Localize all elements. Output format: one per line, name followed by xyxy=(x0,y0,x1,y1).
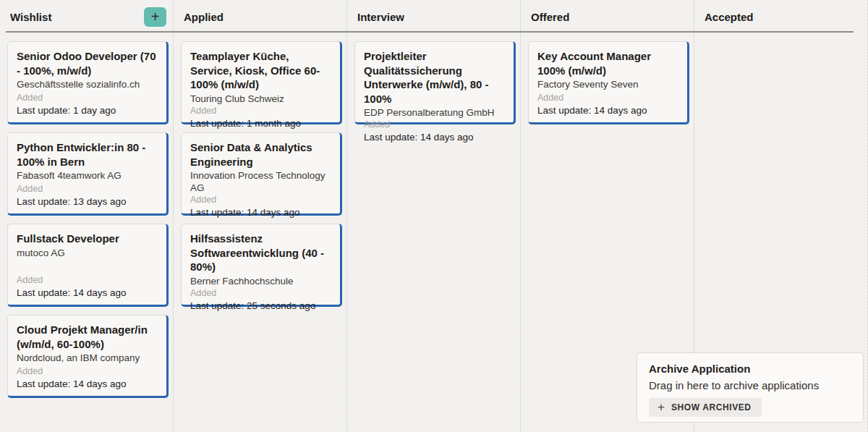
last-update-label: Last update: 14 days ago xyxy=(17,287,158,299)
company-name: mutoco AG xyxy=(17,247,158,259)
column-title: Accepted xyxy=(705,11,754,23)
company-name: Fabasoft 4teamwork AG xyxy=(17,169,158,182)
last-update-label: Last update: 1 month ago xyxy=(190,117,331,130)
status-label: Added xyxy=(364,119,505,131)
column-interview: InterviewProjektleiter Qualitätssicherun… xyxy=(347,0,521,432)
status-label: Added xyxy=(17,183,158,195)
column-title: Applied xyxy=(184,11,224,23)
cards-interview: Projektleiter Qualitätssicherung Unterwe… xyxy=(347,32,520,124)
company-name: Berner Fachhochschule xyxy=(190,275,331,287)
job-title: Hilfsassistenz Softwareentwicklung (40 -… xyxy=(190,232,331,274)
company-name: Nordcloud, an IBM company xyxy=(17,352,158,364)
spacer xyxy=(17,259,158,275)
column-title: Wishlist xyxy=(10,11,51,23)
last-update-label: Last update: 14 days ago xyxy=(364,131,505,143)
application-card[interactable]: Key Account Manager 100% (m/w/d)Factory … xyxy=(528,41,689,124)
column-header-offered: Offered xyxy=(521,0,694,32)
company-name: Innovation Process Technology AG xyxy=(190,169,331,194)
company-name: Factory Seventy Seven xyxy=(537,78,678,90)
column-header-interview: Interview xyxy=(347,0,520,32)
archive-title: Archive Application xyxy=(649,363,851,375)
archive-subtitle: Drag in here to archive applications xyxy=(649,379,851,391)
company-name: Geschäftsstelle sozialinfo.ch xyxy=(17,78,158,90)
column-applied: AppliedTeamplayer Küche, Service, Kiosk,… xyxy=(174,0,347,432)
application-card[interactable]: Hilfsassistenz Softwareentwicklung (40 -… xyxy=(181,224,342,307)
cards-accepted xyxy=(694,32,867,41)
job-title: Cloud Projekt Manager/in (w/m/d, 60-100%… xyxy=(17,323,158,351)
status-label: Added xyxy=(17,274,158,287)
show-archived-label: SHOW ARCHIVED xyxy=(671,402,752,412)
status-label: Added xyxy=(17,92,158,104)
company-name: Touring Club Schweiz xyxy=(190,93,331,105)
column-wishlist: Wishlist+Senior Odoo Developer (70 - 100… xyxy=(0,0,174,432)
last-update-label: Last update: 14 days ago xyxy=(190,206,331,219)
application-card[interactable]: Projektleiter Qualitätssicherung Unterwe… xyxy=(354,41,516,124)
cards-offered: Key Account Manager 100% (m/w/d)Factory … xyxy=(521,32,694,124)
column-header-applied: Applied xyxy=(174,0,346,32)
application-card[interactable]: Senior Odoo Developer (70 - 100%, m/w/d)… xyxy=(7,41,169,124)
job-title: Python Entwickler:in 80 - 100% in Bern xyxy=(17,140,158,169)
column-title: Offered xyxy=(531,11,569,23)
status-label: Added xyxy=(190,105,331,117)
application-card[interactable]: Cloud Projekt Manager/in (w/m/d, 60-100%… xyxy=(7,315,169,398)
job-title: Key Account Manager 100% (m/w/d) xyxy=(537,49,678,77)
company-name: EDP Personalberatung GmbH xyxy=(364,106,505,119)
column-header-wishlist: Wishlist+ xyxy=(0,0,173,32)
header-divider xyxy=(6,31,854,33)
last-update-label: Last update: 1 day ago xyxy=(17,104,158,117)
column-header-accepted: Accepted xyxy=(694,0,867,32)
column-title: Interview xyxy=(357,11,404,23)
plus-icon: + xyxy=(658,402,665,412)
add-application-button[interactable]: + xyxy=(144,7,166,27)
job-title: Teamplayer Küche, Service, Kiosk, Office… xyxy=(190,49,331,92)
application-card[interactable]: Fullstack Developermutoco AGAddedLast up… xyxy=(7,224,169,307)
last-update-label: Last update: 14 days ago xyxy=(17,378,158,390)
last-update-label: Last update: 14 days ago xyxy=(537,104,678,117)
application-card[interactable]: Senior Data & Analytics EngineeringInnov… xyxy=(181,132,342,216)
job-title: Fullstack Developer xyxy=(17,232,158,246)
cards-wishlist: Senior Odoo Developer (70 - 100%, m/w/d)… xyxy=(0,32,173,398)
status-label: Added xyxy=(537,92,678,104)
cards-applied: Teamplayer Küche, Service, Kiosk, Office… xyxy=(174,32,346,307)
archive-drop-zone[interactable]: Archive Application Drag in here to arch… xyxy=(637,352,864,423)
status-label: Added xyxy=(190,194,331,206)
job-title: Senior Data & Analytics Engineering xyxy=(190,140,331,169)
show-archived-button[interactable]: + SHOW ARCHIVED xyxy=(649,398,762,417)
status-label: Added xyxy=(17,365,158,378)
status-label: Added xyxy=(190,287,331,300)
last-update-label: Last update: 25 seconds ago xyxy=(190,300,331,312)
application-card[interactable]: Teamplayer Küche, Service, Kiosk, Office… xyxy=(181,41,342,124)
last-update-label: Last update: 13 days ago xyxy=(17,195,158,208)
application-card[interactable]: Python Entwickler:in 80 - 100% in BernFa… xyxy=(7,132,169,216)
job-title: Senior Odoo Developer (70 - 100%, m/w/d) xyxy=(17,49,158,77)
job-title: Projektleiter Qualitätssicherung Unterwe… xyxy=(364,49,505,106)
